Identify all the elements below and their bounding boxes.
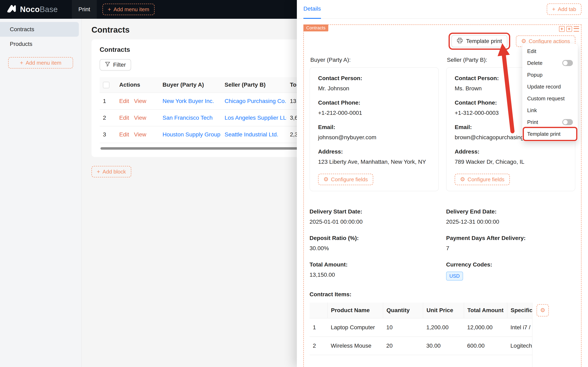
- add-menu-item-button-header[interactable]: + Add menu item: [103, 4, 155, 15]
- annotation-box-button: Template print: [449, 33, 510, 50]
- field-value: 30.00%: [310, 245, 439, 252]
- field-value: 7: [446, 245, 575, 252]
- template-print-button[interactable]: Template print: [451, 35, 507, 47]
- view-link[interactable]: View: [134, 115, 146, 121]
- field-currency-codes: Currency Codes: USD: [446, 261, 575, 281]
- add-menu-item-label: Add menu item: [26, 60, 61, 66]
- item-total: 600.00: [464, 337, 507, 355]
- edit-link[interactable]: Edit: [119, 115, 129, 121]
- tab-details[interactable]: Details: [303, 0, 321, 19]
- add-tab-button[interactable]: + Add tab: [547, 3, 581, 15]
- currency-tag: USD: [446, 272, 463, 281]
- block-collection-badge: Contracts: [303, 25, 328, 31]
- field-value: 13,150.00: [310, 272, 439, 278]
- col-actions: Actions: [116, 77, 159, 93]
- seller-link[interactable]: Los Angeles Supplier LLC: [225, 115, 287, 121]
- item-quantity: 20: [383, 337, 423, 355]
- items-column-settings-button[interactable]: ⚙: [536, 304, 549, 317]
- plus-icon: +: [97, 169, 100, 175]
- menu-item-custom-request[interactable]: Custom request: [524, 92, 576, 104]
- field-delivery-start-date: Delivery Start Date: 2025-01-01 00:00:00: [310, 208, 439, 225]
- add-block-after-icon[interactable]: [566, 26, 572, 32]
- add-menu-item-label: Add menu item: [113, 6, 149, 13]
- configure-fields-button[interactable]: ⚙ Configure fields: [318, 174, 373, 185]
- menu-item-label: Custom request: [527, 95, 565, 102]
- seller-link[interactable]: Seattle Industrial Ltd.: [225, 131, 278, 138]
- plus-icon: +: [552, 6, 555, 12]
- item-total: 12,000.00: [464, 318, 507, 337]
- gear-icon: ⚙: [540, 308, 545, 313]
- buyer-link[interactable]: San Francisco Tech: [163, 115, 213, 121]
- menu-item-link[interactable]: Link: [524, 104, 576, 116]
- filter-button[interactable]: Filter: [100, 59, 131, 71]
- menu-item-label: Print: [527, 119, 538, 125]
- field-label: Address:: [455, 149, 567, 155]
- menu-item-print[interactable]: Print: [72, 0, 97, 19]
- print-toggle[interactable]: [562, 119, 573, 125]
- details-drawer: Details + Add tab Contracts Te: [297, 0, 588, 367]
- sidebar-item-products[interactable]: Products: [0, 37, 79, 51]
- configure-fields-button[interactable]: ⚙ Configure fields: [455, 174, 510, 185]
- field-value: Mr. Johnson: [318, 85, 430, 92]
- nocobase-logo[interactable]: NocoBase: [0, 4, 72, 15]
- app: NocoBase Print + Add menu item Contracts…: [0, 0, 588, 367]
- items-header-row: Product Name Quantity Unit Price Total A…: [310, 303, 532, 318]
- gear-icon: ⚙: [460, 176, 465, 182]
- menu-item-delete[interactable]: Delete: [524, 57, 576, 69]
- scrollbar-thumb[interactable]: [100, 147, 306, 150]
- delete-toggle[interactable]: [562, 60, 573, 66]
- item-product: Laptop Computer: [328, 318, 383, 337]
- field-label: Address:: [318, 149, 430, 155]
- add-menu-item-button-sidebar[interactable]: + Add menu item: [8, 57, 73, 68]
- details-block: Contracts Template print ⚙ C: [303, 25, 581, 367]
- item-quantity: 10: [383, 318, 423, 337]
- select-all-checkbox[interactable]: [103, 82, 109, 88]
- items-row: 1 Laptop Computer 10 1,200.00 12,000.00 …: [310, 318, 532, 337]
- col-buyer: Buyer (Party A): [159, 77, 221, 93]
- seller-link[interactable]: Chicago Purchasing Co.: [225, 98, 286, 104]
- field-label: Payment Days After Delivery:: [446, 235, 575, 242]
- menu-item-template-print[interactable]: Template print: [524, 128, 576, 140]
- items-col-spec: Specificati: [507, 303, 532, 318]
- buyer-link[interactable]: New York Buyer Inc.: [163, 98, 214, 104]
- view-link[interactable]: View: [134, 131, 146, 138]
- buyer-link[interactable]: Houston Supply Group: [163, 131, 220, 138]
- add-block-button[interactable]: + Add block: [91, 166, 131, 177]
- drag-handle-icon[interactable]: [574, 26, 579, 32]
- items-col-product: Product Name: [328, 303, 383, 318]
- menu-item-edit[interactable]: Edit: [524, 45, 576, 57]
- view-link[interactable]: View: [134, 98, 146, 104]
- buyer-card: Contact Person: Mr. Johnson Contact Phon…: [310, 67, 439, 191]
- field-value: 2025-01-01 00:00:00: [310, 218, 439, 225]
- items-row: 2 Wireless Mouse 20 30.00 600.00 Logitec…: [310, 337, 532, 355]
- item-spec: Logitech N: [507, 337, 532, 355]
- gear-icon: ⚙: [521, 38, 526, 44]
- sidebar: Contracts Products + Add menu item: [0, 19, 82, 367]
- contract-items-table-wrap: Product Name Quantity Unit Price Total A…: [310, 303, 575, 367]
- edit-link[interactable]: Edit: [119, 98, 129, 104]
- edit-link[interactable]: Edit: [119, 131, 129, 138]
- add-block-before-icon[interactable]: [559, 26, 565, 32]
- row-index: 1: [100, 93, 116, 109]
- field-value: +1-212-000-0001: [318, 110, 430, 116]
- items-col-index: [310, 303, 328, 318]
- field-label: Email:: [318, 124, 430, 131]
- gear-icon: ⚙: [323, 176, 329, 182]
- menu-item-print[interactable]: Print: [524, 116, 576, 128]
- field-label: Delivery End Date:: [446, 208, 575, 215]
- field-label: Delivery Start Date:: [310, 208, 439, 215]
- menu-item-label: Edit: [527, 48, 536, 54]
- item-spec: Intel i7 / 1: [507, 318, 532, 337]
- menu-item-update-record[interactable]: Update record: [524, 81, 576, 92]
- field-label: Contact Phone:: [318, 100, 430, 106]
- table-edge-divider: [532, 303, 532, 367]
- field-deposit-ratio: Deposit Ratio (%): 30.00%: [310, 235, 439, 252]
- plus-icon: +: [20, 60, 23, 66]
- menu-item-label: Popup: [527, 72, 543, 78]
- menu-item-popup[interactable]: Popup: [524, 69, 576, 81]
- items-col-total: Total Amount: [464, 303, 507, 318]
- menu-item-label: Update record: [527, 83, 561, 90]
- menu-item-label: Delete: [527, 60, 543, 66]
- sidebar-item-contracts[interactable]: Contracts: [0, 22, 79, 37]
- configure-actions-menu: Edit Delete Popup Update record Custom r…: [522, 44, 578, 142]
